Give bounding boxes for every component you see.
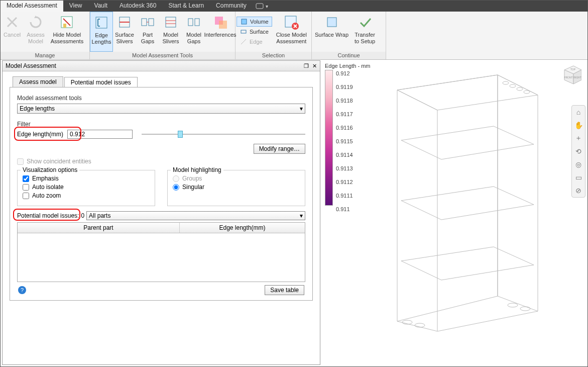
tools-label: Model assessment tools — [17, 95, 305, 102]
model-slivers-icon — [162, 14, 179, 31]
volume-button[interactable]: Volume — [237, 17, 272, 27]
transfer-setup-button[interactable]: Transfer to Setup — [351, 12, 378, 52]
svg-point-32 — [520, 307, 530, 311]
tools-select[interactable]: Edge lengths▾ — [17, 104, 305, 114]
cancel-icon — [4, 14, 21, 31]
surface-wrap-button[interactable]: Surface Wrap — [312, 12, 351, 52]
svg-point-27 — [510, 84, 516, 87]
help-icon[interactable]: ? — [18, 286, 26, 294]
chevron-down-icon: ▾ — [300, 105, 303, 112]
emphasis-checkbox[interactable] — [23, 175, 29, 182]
hide-icon — [58, 14, 75, 31]
svg-marker-19 — [397, 75, 538, 110]
issues-count: 0 — [81, 212, 84, 219]
col-edge-length[interactable]: Edge length(mm) — [180, 223, 305, 233]
view-cube[interactable]: TOP FRONT RIGHT — [559, 63, 581, 85]
svg-text:RIGHT: RIGHT — [573, 76, 581, 79]
surface-slivers-icon — [116, 14, 133, 31]
svg-rect-2 — [63, 24, 66, 28]
home-icon[interactable]: ⌂ — [574, 108, 583, 117]
menu-tab-autodesk360[interactable]: Autodesk 360 — [113, 1, 162, 12]
nav-toolbar: ⌂ ✋ ＋ ⟲ ◎ ▭ ⊘ — [571, 105, 585, 198]
svg-marker-24 — [401, 126, 534, 159]
edge-lengths-button[interactable]: Edge Lengths — [90, 12, 113, 52]
surface-slivers-button[interactable]: Surface Slivers — [113, 12, 136, 52]
svg-rect-0 — [256, 4, 263, 9]
svg-point-28 — [517, 87, 523, 90]
part-gaps-icon — [139, 14, 156, 31]
panel-close-icon[interactable]: ✕ — [312, 63, 317, 69]
interferences-icon — [212, 14, 229, 31]
col-parent-part[interactable]: Parent part — [18, 223, 180, 233]
chevron-down-icon: ▾ — [300, 212, 303, 219]
cancel-nav-icon[interactable]: ⊘ — [574, 186, 583, 195]
3d-viewport[interactable]: Edge Length - mm 0.9120.91190.9118 0.911… — [322, 60, 587, 366]
highlight-annotation-1 — [14, 127, 81, 141]
part-gaps-button[interactable]: Part Gaps — [136, 12, 159, 52]
group-label-tools: Model Assessment Tools — [90, 52, 235, 59]
svg-line-23 — [437, 311, 538, 331]
panel-dock-icon[interactable]: ❐ — [304, 63, 309, 69]
interferences-button[interactable]: Interferences — [205, 12, 235, 52]
legend-title: Edge Length - mm — [325, 63, 371, 69]
zoom-icon[interactable]: ＋ — [574, 134, 583, 143]
surface-button[interactable]: Surface — [237, 27, 272, 37]
assess-model-button[interactable]: Assess Model — [24, 12, 47, 52]
close-assessment-icon — [283, 14, 300, 31]
svg-marker-25 — [401, 187, 534, 220]
modify-range-button[interactable]: Modify range… — [254, 144, 305, 154]
edge-lengths-icon — [93, 14, 110, 31]
grid-body — [18, 233, 305, 282]
svg-point-30 — [503, 81, 509, 84]
svg-rect-6 — [149, 19, 154, 26]
svg-marker-17 — [397, 75, 498, 321]
menu-search[interactable]: ▾ — [256, 1, 268, 12]
svg-rect-16 — [327, 18, 336, 27]
svg-rect-13 — [241, 30, 246, 33]
model-wireframe — [367, 60, 558, 341]
svg-text:FRONT: FRONT — [564, 76, 572, 79]
save-table-button[interactable]: Save table — [265, 285, 304, 295]
pan-icon[interactable]: ✋ — [574, 121, 583, 130]
lookat-icon[interactable]: ◎ — [574, 160, 583, 169]
menu-tab-start-learn[interactable]: Start & Learn — [162, 1, 210, 12]
menu-tab-vault[interactable]: Vault — [88, 1, 113, 12]
refresh-icon — [27, 14, 44, 31]
close-assessment-button[interactable]: Close Model Assessment — [273, 12, 310, 52]
groups-radio — [173, 175, 179, 182]
svg-line-22 — [397, 321, 437, 331]
group-label-selection: Selection — [236, 52, 311, 59]
tab-potential-issues[interactable]: Potential model issues — [64, 77, 138, 87]
edge-length-slider[interactable] — [142, 130, 305, 139]
edge-icon — [240, 38, 248, 46]
svg-point-29 — [524, 90, 530, 94]
orbit-icon[interactable]: ⟲ — [574, 147, 583, 156]
check-icon — [357, 14, 374, 31]
show-coincident-label: Show coincident entities — [27, 158, 91, 165]
menu-tab-community[interactable]: Community — [210, 1, 253, 12]
menu-tab-view[interactable]: View — [63, 1, 88, 12]
model-gaps-button[interactable]: Model Gaps — [182, 12, 205, 52]
hide-assessments-button[interactable]: Hide Model Assessments — [48, 12, 86, 52]
model-gaps-icon — [185, 14, 202, 31]
svg-rect-7 — [166, 17, 176, 27]
singular-radio[interactable] — [173, 184, 179, 191]
camera-icon[interactable]: ▭ — [574, 173, 583, 182]
tab-assess-model[interactable]: Assess model — [13, 76, 63, 87]
svg-rect-8 — [188, 19, 193, 26]
viz-options-label: Visualization options — [21, 166, 79, 173]
auto-zoom-checkbox[interactable] — [23, 193, 29, 199]
legend-gradient — [325, 70, 333, 206]
parts-select[interactable]: All parts▾ — [86, 211, 305, 220]
edge-button[interactable]: Edge — [237, 37, 272, 47]
svg-line-20 — [397, 90, 437, 110]
auto-isolate-checkbox[interactable] — [23, 184, 29, 191]
svg-marker-26 — [401, 247, 534, 280]
model-slivers-button[interactable]: Model Slivers — [159, 12, 182, 52]
model-assessment-panel: Model Assessment ❐ ✕ Assess model Potent… — [2, 60, 320, 365]
highlight-annotation-2 — [13, 209, 80, 221]
show-coincident-checkbox — [17, 158, 24, 165]
menu-tab-model-assessment[interactable]: Model Assessment — [1, 1, 63, 12]
cancel-button[interactable]: Cancel — [1, 12, 24, 52]
menu-bar: Model Assessment View Vault Autodesk 360… — [1, 1, 587, 12]
